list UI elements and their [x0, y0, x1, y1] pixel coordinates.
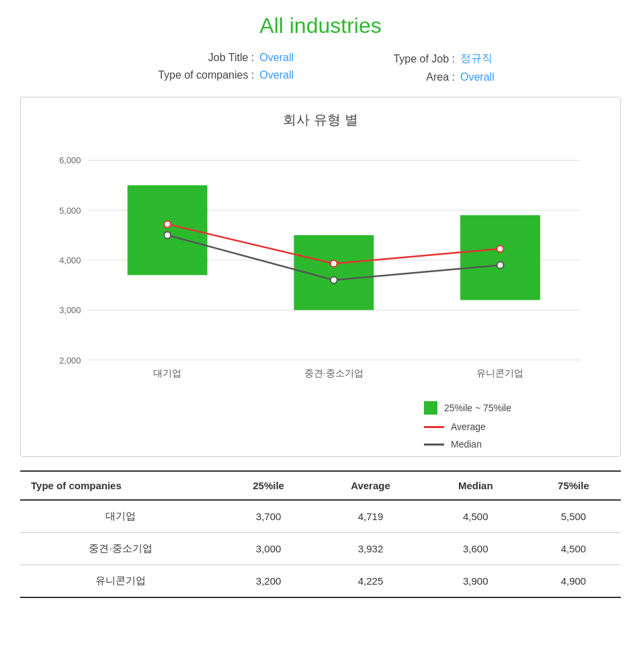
type-companies-value[interactable]: Overall [259, 69, 294, 81]
job-title-row: Job Title : Overall [146, 52, 294, 64]
cell-company-0: 대기업 [20, 500, 221, 533]
job-title-value[interactable]: Overall [259, 52, 294, 64]
legend: 25%ile ~ 75%ile Average Median [34, 401, 607, 450]
col-p75: 75%ile [526, 471, 621, 500]
chart-container: 회사 유형 별 6,000 5,000 4,000 3,000 2,000 [20, 97, 621, 457]
cell-avg-0: 4,719 [316, 500, 425, 533]
svg-text:유니콘기업: 유니콘기업 [476, 368, 523, 378]
chart-area: 6,000 5,000 4,000 3,000 2,000 [34, 139, 607, 394]
type-job-row: Type of Job : 정규직 [347, 52, 495, 66]
type-companies-label: Type of companies : [146, 69, 254, 81]
svg-text:3,000: 3,000 [59, 305, 81, 315]
legend-box-icon [424, 401, 437, 415]
area-row: Area : Overall [347, 71, 495, 83]
cell-company-2: 유니콘기업 [20, 565, 221, 598]
cell-p25-0: 3,700 [221, 500, 316, 533]
avg-dot-2 [331, 260, 337, 267]
legend-median-item: Median [424, 439, 482, 450]
cell-avg-1: 3,932 [316, 533, 425, 565]
table-row: 대기업 3,700 4,719 4,500 5,500 [20, 500, 621, 533]
legend-avg-item: Average [424, 421, 486, 432]
svg-text:6,000: 6,000 [59, 155, 81, 165]
table-row: 중견·중소기업 3,000 3,932 3,600 4,500 [20, 533, 621, 565]
cell-avg-2: 4,225 [316, 565, 425, 598]
median-dot-3 [497, 262, 504, 269]
table-row: 유니콘기업 3,200 4,225 3,900 4,900 [20, 565, 621, 598]
legend-median-icon [424, 444, 444, 446]
legend-box-label: 25%ile ~ 75%ile [444, 403, 511, 413]
chart-svg: 6,000 5,000 4,000 3,000 2,000 [34, 139, 607, 394]
legend-avg-icon [424, 426, 444, 428]
avg-dot-3 [497, 245, 504, 252]
cell-company-1: 중견·중소기업 [20, 533, 221, 565]
filter-right: Type of Job : 정규직 Area : Overall [347, 52, 495, 83]
avg-dot-1 [164, 221, 171, 228]
svg-text:5,000: 5,000 [59, 206, 81, 216]
bar-unicorn [460, 215, 540, 300]
median-dot-2 [331, 277, 337, 284]
col-p25: 25%ile [221, 471, 316, 500]
median-dot-1 [164, 232, 171, 239]
col-avg: Average [316, 471, 425, 500]
cell-p75-1: 4,500 [526, 533, 621, 565]
cell-median-1: 3,600 [425, 533, 526, 565]
legend-median-label: Median [451, 439, 482, 450]
type-job-label: Type of Job : [347, 53, 455, 65]
type-job-value[interactable]: 정규직 [460, 52, 493, 66]
svg-text:중견·중소기업: 중견·중소기업 [304, 368, 364, 378]
svg-text:2,000: 2,000 [59, 355, 81, 366]
cell-p25-2: 3,200 [221, 565, 316, 598]
cell-p75-2: 4,900 [526, 565, 621, 598]
cell-median-0: 4,500 [425, 500, 526, 533]
table-header-row: Type of companies 25%ile Average Median … [20, 471, 621, 500]
data-table: Type of companies 25%ile Average Median … [20, 470, 621, 598]
filters-section: Job Title : Overall Type of companies : … [20, 52, 621, 83]
col-company: Type of companies [20, 471, 221, 500]
job-title-label: Job Title : [146, 52, 254, 64]
legend-box-item: 25%ile ~ 75%ile [424, 401, 511, 415]
svg-text:4,000: 4,000 [59, 255, 81, 265]
legend-avg-label: Average [451, 421, 486, 432]
cell-p75-0: 5,500 [526, 500, 621, 533]
area-label: Area : [347, 71, 455, 83]
cell-median-2: 3,900 [425, 565, 526, 598]
type-companies-row: Type of companies : Overall [146, 69, 294, 81]
page-title: All industries [20, 13, 621, 38]
cell-p25-1: 3,000 [221, 533, 316, 565]
area-value[interactable]: Overall [460, 71, 495, 83]
col-median: Median [425, 471, 526, 500]
svg-text:대기업: 대기업 [153, 368, 181, 378]
filter-left: Job Title : Overall Type of companies : … [146, 52, 294, 83]
chart-title: 회사 유형 별 [34, 111, 607, 129]
